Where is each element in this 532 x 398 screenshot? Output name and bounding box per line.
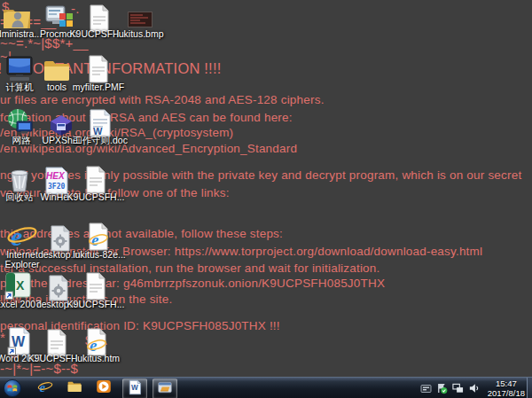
internet-explorer-icon: e xyxy=(37,378,53,398)
app-window-icon xyxy=(157,379,173,398)
clock-time: 15:47 xyxy=(488,378,525,388)
desktop-icon-label[interactable]: myfilter.PMF xyxy=(73,82,124,92)
svg-text:W: W xyxy=(131,384,138,392)
desktop-icon-excel-shortcut[interactable]: X xyxy=(3,271,33,301)
desktop-icon-computer[interactable] xyxy=(4,54,35,84)
internet-explorer-icon: e xyxy=(6,220,36,252)
ransom-line: ng of your files is only possible with t… xyxy=(0,169,521,183)
desktop-icon-label[interactable]: lukitus-82e... xyxy=(73,250,126,260)
taskbar-button-windows-explorer[interactable] xyxy=(63,378,86,397)
show-desktop-button[interactable] xyxy=(527,378,532,398)
desktop-icon-label[interactable]: 网路 xyxy=(12,136,31,145)
ransom-line: ur files are encrypted with RSA-2048 and… xyxy=(0,94,325,107)
svg-text:3F20: 3F20 xyxy=(48,183,65,191)
input-indicator-icon[interactable] xyxy=(420,383,432,394)
desktop-icon-word-doc[interactable]: W xyxy=(85,108,115,138)
desktop-icon-label[interactable]: 回收站 xyxy=(5,192,34,202)
ransom-line: formation about the RSA and AES can be f… xyxy=(0,112,293,125)
desktop-icon-internet-explorer[interactable]: e xyxy=(6,220,36,250)
svg-text:e: e xyxy=(40,379,46,394)
taskbar-button-media-player[interactable] xyxy=(92,378,115,397)
clock[interactable]: 15:47 2017/8/18 xyxy=(488,378,525,398)
taskbar-button-internet-explorer[interactable]: e xyxy=(34,378,57,397)
html-file-icon: e xyxy=(83,222,113,252)
desktop-icon-folder[interactable] xyxy=(42,55,72,85)
network-globe-icon xyxy=(5,108,35,138)
media-player-icon xyxy=(96,378,112,398)
desktop-icon-text-file[interactable] xyxy=(81,165,111,195)
clock-date: 2017/8/18 xyxy=(488,388,525,398)
action-center-icon[interactable] xyxy=(436,383,448,394)
taskbar-button-explorer-window[interactable] xyxy=(153,378,177,398)
text-file-icon xyxy=(81,271,111,301)
volume-icon[interactable] xyxy=(468,383,480,394)
word-document-icon: W xyxy=(127,379,143,398)
svg-text:W: W xyxy=(12,334,26,349)
desktop-icon-label[interactable]: Administra... xyxy=(0,29,42,39)
desktop-icon-label[interactable]: tools xyxy=(47,82,66,92)
desktop-icon-label[interactable]: 计算机 xyxy=(5,82,34,92)
excel-shortcut-icon: X xyxy=(3,271,33,301)
desktop-icon-label[interactable]: lukitus.htm xyxy=(75,354,120,363)
ransom-ascii-art: -~|*~|=-~$--$ xyxy=(0,362,78,377)
word-doc-icon: W xyxy=(85,108,115,138)
desktop-icon-html-file[interactable]: e xyxy=(83,222,113,252)
taskbar-button-word-window[interactable]: W xyxy=(122,378,147,398)
ransom-line: this addresses are not available, follow… xyxy=(0,228,283,241)
taskbar: eW 15:47 2017/8/18 xyxy=(0,377,532,398)
svg-text:e: e xyxy=(91,230,99,249)
desktop-icon-network-globe[interactable] xyxy=(5,108,35,138)
text-file-icon xyxy=(81,165,111,195)
explorer-folder-icon xyxy=(66,378,82,398)
svg-text:e: e xyxy=(90,336,98,355)
text-file-icon xyxy=(83,54,113,84)
desktop-icon-label[interactable]: 工作守则.doc xyxy=(73,136,128,145)
svg-text:HEX: HEX xyxy=(46,171,66,181)
desktop-icon-label[interactable]: lukitus.bmp xyxy=(116,29,163,39)
computer-icon xyxy=(4,54,35,84)
desktop-icon-label[interactable]: K9UCPSFH... xyxy=(67,192,125,202)
svg-text:X: X xyxy=(16,278,25,293)
folder-icon xyxy=(42,55,72,85)
network-icon[interactable] xyxy=(452,383,464,394)
recycle-bin-icon xyxy=(4,165,35,195)
desktop-icon-text-file[interactable] xyxy=(83,54,113,84)
start-button[interactable] xyxy=(3,378,22,398)
desktop-icon-label[interactable]: Internet Explorer xyxy=(1,250,43,269)
desktop-icon-label[interactable]: K9UCPSFH... xyxy=(67,300,125,309)
svg-text:e: e xyxy=(11,222,22,251)
desktop-icon-text-file[interactable] xyxy=(81,271,111,301)
desktop-icon-recycle-bin[interactable] xyxy=(4,165,35,195)
bmp-image-icon xyxy=(128,12,158,27)
desktop-icon-label[interactable]: Excel 2007 xyxy=(0,300,41,309)
desktop[interactable]: !!! IMPORTANT INFORMATION !!!!ur files a… xyxy=(0,0,532,377)
system-tray: 15:47 2017/8/18 xyxy=(420,378,525,398)
